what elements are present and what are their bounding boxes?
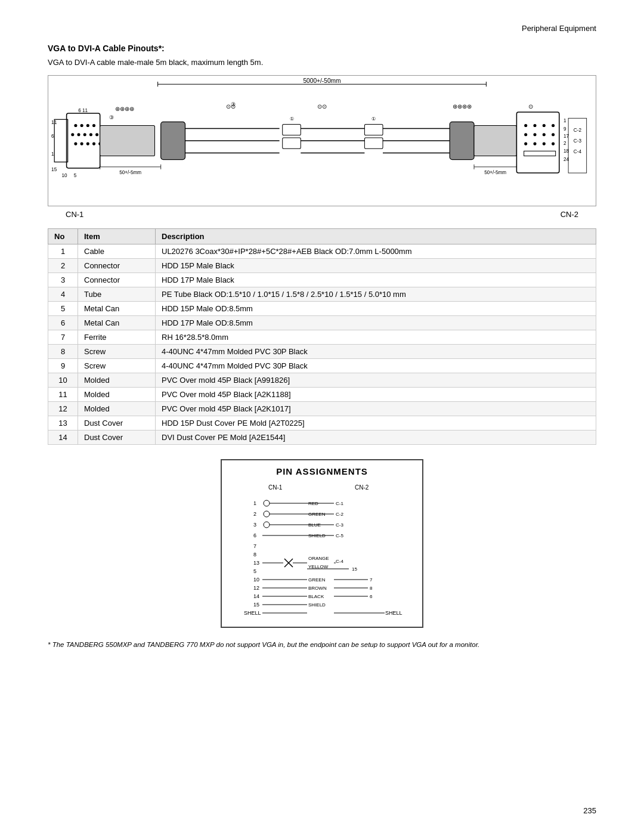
svg-rect-6 <box>54 119 67 162</box>
cell-no: 13 <box>48 416 78 431</box>
cell-no: 5 <box>48 302 78 316</box>
svg-text:C-1: C-1 <box>336 501 343 506</box>
cell-no: 11 <box>48 388 78 402</box>
table-row: 1CableUL20276 3Coax*30#+IP*28#+5C*28#+AE… <box>48 244 596 259</box>
svg-text:15: 15 <box>51 167 57 172</box>
pin-diagram: CN-1 CN-2 1 2 3 6 7 8 13 5 10 12 14 15 S… <box>236 481 408 618</box>
svg-text:3: 3 <box>253 522 256 528</box>
cell-no: 8 <box>48 345 78 359</box>
svg-text:1: 1 <box>51 152 54 157</box>
svg-text:C-5: C-5 <box>336 533 343 538</box>
table-row: 10MoldedPVC Over mold 45P Black [A991826… <box>48 373 596 388</box>
svg-rect-28 <box>161 122 185 159</box>
cell-item: Screw <box>78 359 156 373</box>
section-title: VGA to DVI-A Cable Pinouts*: <box>48 44 596 53</box>
svg-text:5: 5 <box>74 173 77 178</box>
svg-text:11: 11 <box>51 120 57 125</box>
svg-rect-27 <box>100 126 155 156</box>
svg-text:③: ③ <box>109 114 114 120</box>
cell-no: 2 <box>48 259 78 273</box>
svg-point-52 <box>533 124 536 127</box>
table-row: 8Screw4-40UNC 4*47mm Molded PVC 30P Blac… <box>48 345 596 359</box>
cell-desc: PVC Over mold 45P Black [A2K1017] <box>156 402 596 416</box>
svg-point-20 <box>89 133 92 136</box>
svg-point-17 <box>71 133 74 136</box>
svg-rect-36 <box>283 124 301 135</box>
intro-text: VGA to DVI-A cable male-male 5m black, m… <box>48 58 596 67</box>
svg-point-56 <box>533 133 536 136</box>
cell-item: Molded <box>78 402 156 416</box>
svg-text:③: ③ <box>231 101 236 107</box>
svg-point-22 <box>74 143 77 145</box>
cell-desc: HDD 15P Male OD:8.5mm <box>156 302 596 316</box>
svg-point-23 <box>80 143 83 145</box>
cell-desc: 4-40UNC 4*47mm Molded PVC 30P Black <box>156 345 596 359</box>
cell-item: Connector <box>78 259 156 273</box>
svg-text:BLACK: BLACK <box>308 594 324 599</box>
svg-text:C-4: C-4 <box>574 149 582 154</box>
footnote: * The TANDBERG 550MXP and TANDBERG 770 M… <box>48 640 596 650</box>
cell-item: Metal Can <box>78 316 156 330</box>
svg-text:CN-2: CN-2 <box>355 484 369 491</box>
cell-desc: HDD 15P Dust Cover PE Mold [A2T0225] <box>156 416 596 431</box>
svg-text:C-2: C-2 <box>336 512 343 517</box>
svg-point-59 <box>524 143 527 145</box>
svg-point-21 <box>95 133 98 136</box>
cell-item: Molded <box>78 388 156 402</box>
table-row: 3ConnectorHDD 17P Male Black <box>48 273 596 287</box>
table-row: 12MoldedPVC Over mold 45P Black [A2K1017… <box>48 402 596 416</box>
svg-text:8: 8 <box>253 552 256 558</box>
svg-text:C-4: C-4 <box>336 559 343 564</box>
page-number: 235 <box>583 806 596 815</box>
page-header: Peripheral Equipment <box>48 24 596 33</box>
svg-text:2: 2 <box>564 141 566 146</box>
svg-point-100 <box>264 500 270 506</box>
cell-no: 6 <box>48 316 78 330</box>
svg-text:⊙⊙: ⊙⊙ <box>317 103 327 110</box>
svg-text:⊛⊛⊛⊛: ⊛⊛⊛⊛ <box>115 106 134 112</box>
cell-item: Dust Cover <box>78 416 156 431</box>
svg-text:10: 10 <box>253 577 259 583</box>
svg-rect-63 <box>524 151 556 156</box>
svg-rect-4 <box>67 113 100 168</box>
svg-text:1: 1 <box>253 500 256 506</box>
cell-no: 14 <box>48 431 78 445</box>
pin-assignments-box: PIN ASSIGNMENTS CN-1 CN-2 1 2 3 6 7 8 13… <box>221 459 423 628</box>
svg-point-13 <box>74 124 77 127</box>
svg-point-15 <box>86 124 89 127</box>
table-header-no: No <box>48 229 78 244</box>
svg-point-18 <box>77 133 80 136</box>
svg-point-51 <box>524 124 527 127</box>
cell-no: 10 <box>48 373 78 388</box>
svg-text:①: ① <box>290 116 294 122</box>
svg-text:6: 6 <box>51 134 54 139</box>
svg-text:C-3: C-3 <box>336 522 343 528</box>
cell-desc: UL20276 3Coax*30#+IP*28#+5C*28#+AEB Blac… <box>156 244 596 259</box>
svg-text:6  11: 6 11 <box>78 108 88 113</box>
svg-text:13: 13 <box>253 560 259 566</box>
cn2-label: CN-2 <box>561 210 578 219</box>
cell-desc: HDD 17P Male OD:8.5mm <box>156 316 596 330</box>
svg-text:C-3: C-3 <box>574 138 582 144</box>
svg-point-53 <box>543 124 546 127</box>
svg-text:SHELL: SHELL <box>244 610 261 616</box>
table-row: 4TubePE Tube Black OD:1.5*10 / 1.0*15 / … <box>48 287 596 302</box>
cell-item: Ferrite <box>78 330 156 345</box>
svg-text:7: 7 <box>253 543 256 549</box>
svg-text:2: 2 <box>253 511 256 517</box>
cell-desc: 4-40UNC 4*47mm Molded PVC 30P Black <box>156 359 596 373</box>
cell-desc: RH 16*28.5*8.0mm <box>156 330 596 345</box>
svg-point-102 <box>264 522 270 528</box>
svg-text:①: ① <box>371 116 376 122</box>
svg-text:C-2: C-2 <box>574 128 582 133</box>
cn-labels: CN-1 CN-2 <box>48 210 596 219</box>
svg-text:10: 10 <box>61 173 67 178</box>
svg-text:ORANGE: ORANGE <box>308 556 329 561</box>
svg-text:14: 14 <box>253 593 259 599</box>
cell-item: Cable <box>78 244 156 259</box>
svg-text:1: 1 <box>564 118 566 123</box>
cable-diagram: 5000+/-50mm 6 11 11 6 1 15 10 5 <box>48 75 596 206</box>
table-row: 13Dust CoverHDD 15P Dust Cover PE Mold [… <box>48 416 596 431</box>
svg-rect-48 <box>450 122 474 159</box>
svg-point-16 <box>92 124 95 127</box>
